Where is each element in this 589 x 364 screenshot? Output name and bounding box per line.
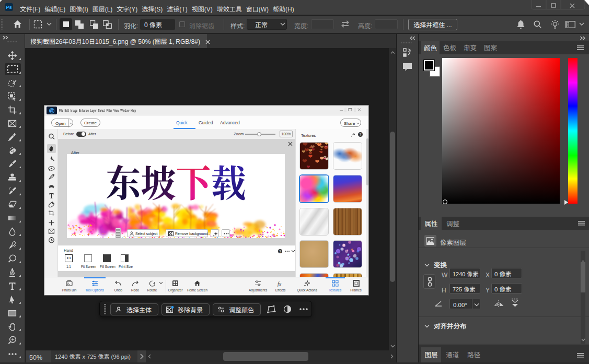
svg-text:fx: fx bbox=[278, 281, 282, 287]
svg-text:?: ? bbox=[279, 250, 281, 253]
